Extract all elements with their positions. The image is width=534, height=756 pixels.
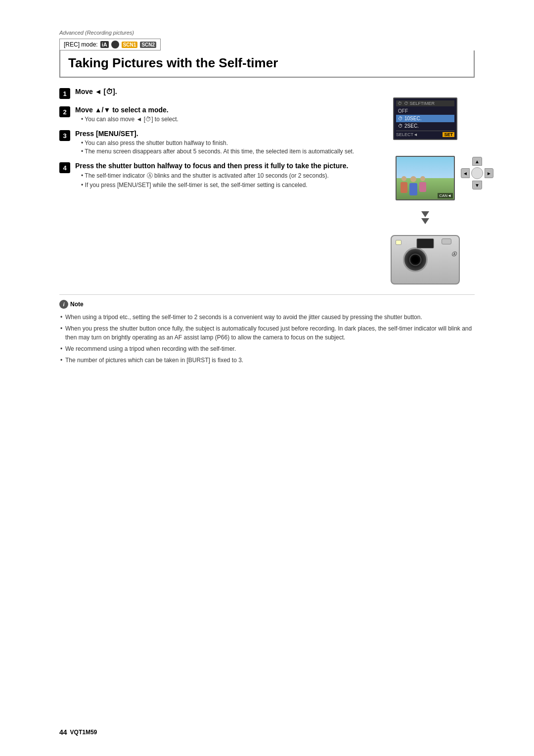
step-2-content: Move ▲/▼ to select a mode. You can also … xyxy=(75,106,366,123)
step-3: 3 Press [MENU/SET]. You can also press t… xyxy=(59,130,366,155)
step-3-sub2: The menu screen disappears after about 5… xyxy=(81,148,366,155)
camera-body: Ⓐ xyxy=(391,235,460,284)
step-1-timer-icon: ⏱ xyxy=(106,88,113,95)
arrow-indicator xyxy=(421,211,429,224)
dpad-left: ◄ xyxy=(461,168,470,178)
dpad-up: ▲ xyxy=(472,157,482,166)
selftimer-screen-image: ⏱ ⏱ SELFTIMER OFF ⏱ 10SEC. ⏱ 2SEC. SELEC… xyxy=(393,97,457,140)
selftimer-item-off: OFF xyxy=(396,107,454,115)
step-2-title: Move ▲/▼ to select a mode. xyxy=(75,106,366,114)
note-item-3: We recommend using a tripod when recordi… xyxy=(59,344,475,353)
dpad-center xyxy=(471,167,483,179)
camera-lens xyxy=(403,247,428,272)
dpad: ▲ ▼ ◄ ► xyxy=(460,156,494,190)
page-title: Taking Pictures with the Self-timer xyxy=(68,55,466,71)
selftimer-item-2sec: ⏱ 2SEC. xyxy=(396,122,454,130)
mode-label: [REC] mode: xyxy=(64,41,98,48)
step-4-content: Press the shutter button halfway to focu… xyxy=(75,162,366,189)
step-4: 4 Press the shutter button halfway to fo… xyxy=(59,162,366,189)
step-1-title: Move ◄ [⏱]. xyxy=(75,88,366,95)
note-item-1: When using a tripod etc., setting the se… xyxy=(59,313,475,322)
mode-badge-scn1: SCN1 xyxy=(122,42,138,48)
step-2: 2 Move ▲/▼ to select a mode. You can als… xyxy=(59,106,366,123)
step-2-sub1: You can also move ◄ [⏱] to select. xyxy=(81,116,366,123)
page-footer: 44 VQT1M59 xyxy=(59,728,97,736)
note-title: i Note xyxy=(59,300,475,309)
indicator-a: Ⓐ xyxy=(451,251,456,258)
model-number: VQT1M59 xyxy=(70,729,97,736)
mode-badge-ia: iA xyxy=(100,41,109,48)
selftimer-item-10sec: ⏱ 10SEC. xyxy=(396,115,454,122)
camera-shutter-button xyxy=(442,238,451,244)
camera-lens-inner xyxy=(409,254,421,266)
mode-badge-scn2: SCN2 xyxy=(140,42,156,48)
camera-viewfinder xyxy=(417,238,434,248)
note-item-2: When you press the shutter button once f… xyxy=(59,324,475,342)
step-4-number: 4 xyxy=(59,162,70,173)
step-1: 1 Move ◄ [⏱]. xyxy=(59,88,366,99)
camera-photo: CAN◄ xyxy=(396,156,455,200)
page-number: 44 xyxy=(59,728,67,736)
step-4-title: Press the shutter button halfway to focu… xyxy=(75,162,366,170)
arrow-down-icon xyxy=(421,211,429,217)
step-1-number: 1 xyxy=(59,88,70,99)
dpad-right: ► xyxy=(485,168,493,178)
mode-badge-circle xyxy=(111,41,119,48)
camera-flash xyxy=(396,240,401,245)
note-section: i Note When using a tripod etc., setting… xyxy=(59,294,475,365)
step-3-content: Press [MENU/SET]. You can also press the… xyxy=(75,130,366,155)
title-section: Taking Pictures with the Self-timer xyxy=(59,50,475,78)
note-icon: i xyxy=(59,300,68,309)
step-4-sub1: The self-timer indicator Ⓐ blinks and th… xyxy=(81,172,366,180)
step-3-number: 3 xyxy=(59,130,70,141)
camera-photo-container: CAN◄ ▲ ▼ ◄ ► xyxy=(396,156,455,200)
breadcrumb: Advanced (Recording pictures) xyxy=(59,30,475,36)
dpad-down: ▼ xyxy=(472,181,482,189)
step-3-sub1: You can also press the shutter button ha… xyxy=(81,140,366,146)
arrow-down-icon-2 xyxy=(421,218,429,224)
photo-overlay: CAN◄ xyxy=(438,193,453,198)
mode-bar: [REC] mode: iA SCN1 SCN2 xyxy=(59,39,161,50)
note-item-4: The number of pictures which can be take… xyxy=(59,356,475,365)
step-3-title: Press [MENU/SET]. xyxy=(75,130,366,138)
step-4-sub2: If you press [MENU/SET] while the self-t… xyxy=(81,182,366,189)
step-1-content: Move ◄ [⏱]. xyxy=(75,88,366,97)
selftimer-footer: SELECT◄ SET xyxy=(396,131,454,137)
step-2-number: 2 xyxy=(59,106,70,117)
selftimer-header: ⏱ ⏱ SELFTIMER xyxy=(396,100,454,106)
